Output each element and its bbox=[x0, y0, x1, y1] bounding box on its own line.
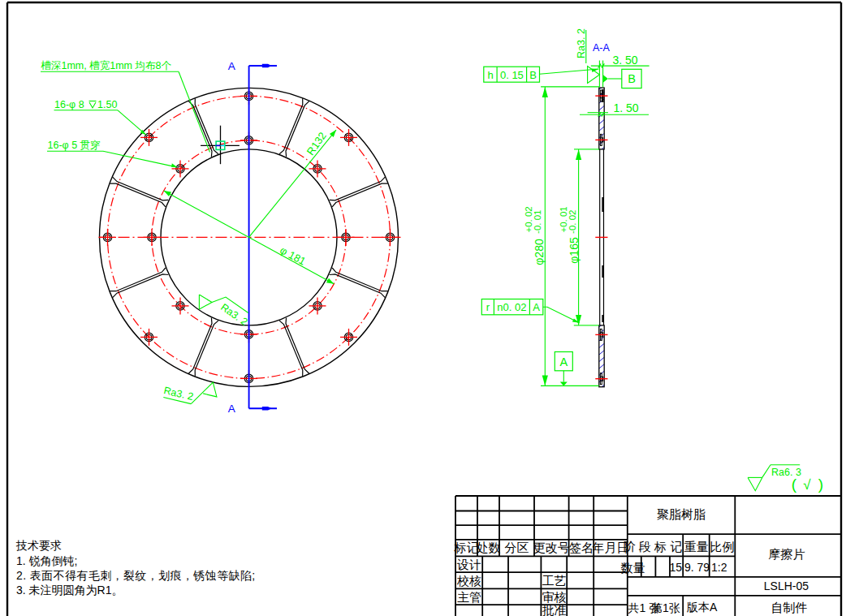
svg-text:1. 锐角倒钝;: 1. 锐角倒钝; bbox=[16, 554, 77, 567]
svg-text:技术要求: 技术要求 bbox=[15, 539, 62, 552]
svg-text:处数: 处数 bbox=[477, 541, 501, 554]
svg-text:聚脂树脂: 聚脂树脂 bbox=[657, 507, 706, 521]
svg-text:9. 79: 9. 79 bbox=[684, 561, 710, 574]
svg-text:标记: 标记 bbox=[454, 541, 479, 554]
svg-text:1. 50: 1. 50 bbox=[614, 101, 639, 114]
svg-text:1.50: 1.50 bbox=[97, 99, 117, 110]
svg-text:Ra3. 2: Ra3. 2 bbox=[162, 385, 194, 403]
svg-text:0. 15: 0. 15 bbox=[500, 69, 524, 81]
svg-text:16-φ 5 贯穿: 16-φ 5 贯穿 bbox=[48, 140, 101, 151]
svg-text:分区: 分区 bbox=[505, 541, 529, 554]
svg-text:-0. 01: -0. 01 bbox=[533, 209, 542, 233]
svg-text:16-φ 8: 16-φ 8 bbox=[54, 99, 84, 110]
svg-text:-0. 02: -0. 02 bbox=[568, 209, 577, 233]
svg-text:φ165: φ165 bbox=[568, 237, 581, 264]
svg-text:15: 15 bbox=[669, 561, 682, 574]
svg-text:重量: 重量 bbox=[684, 540, 708, 554]
svg-text:+0. 01: +0. 01 bbox=[559, 206, 568, 232]
svg-text:主管: 主管 bbox=[457, 590, 481, 604]
svg-text:√: √ bbox=[803, 477, 811, 493]
svg-text:审核: 审核 bbox=[542, 590, 567, 604]
svg-text:3. 未注明圆角为R1。: 3. 未注明圆角为R1。 bbox=[16, 584, 123, 597]
svg-text:h: h bbox=[487, 69, 493, 81]
svg-text:A: A bbox=[228, 403, 235, 415]
svg-text:第1张: 第1张 bbox=[651, 601, 680, 614]
svg-text:3. 50: 3. 50 bbox=[613, 54, 638, 67]
svg-text:版本A: 版本A bbox=[686, 601, 718, 614]
svg-text:校核: 校核 bbox=[456, 574, 481, 588]
svg-text:工艺: 工艺 bbox=[542, 574, 567, 588]
svg-text:φ280: φ280 bbox=[533, 239, 546, 265]
svg-text:比例: 比例 bbox=[710, 540, 735, 554]
svg-text:A: A bbox=[559, 355, 568, 368]
svg-text:自制件: 自制件 bbox=[771, 601, 808, 614]
svg-text:LSLH-05: LSLH-05 bbox=[764, 579, 809, 592]
svg-text:A: A bbox=[228, 60, 235, 72]
svg-text:B: B bbox=[529, 69, 537, 81]
svg-text:Ra3. 2: Ra3. 2 bbox=[576, 28, 587, 58]
svg-text:摩擦片: 摩擦片 bbox=[769, 547, 805, 561]
svg-text:Ra6. 3: Ra6. 3 bbox=[771, 467, 801, 478]
svg-text:阶 段 标 记: 阶 段 标 记 bbox=[624, 540, 683, 554]
svg-text:(: ( bbox=[792, 476, 797, 493]
svg-text:1:2: 1:2 bbox=[711, 561, 727, 574]
svg-text:r: r bbox=[486, 301, 490, 313]
svg-text:A: A bbox=[533, 301, 540, 313]
svg-text:n0. 02: n0. 02 bbox=[497, 301, 526, 313]
svg-text:批准: 批准 bbox=[542, 603, 567, 616]
svg-text:数量: 数量 bbox=[621, 561, 645, 575]
svg-text:B: B bbox=[628, 72, 636, 85]
svg-text:A-A: A-A bbox=[593, 42, 611, 54]
svg-text:): ) bbox=[818, 476, 823, 493]
svg-text:槽深1mm, 槽宽1mm 均布8个: 槽深1mm, 槽宽1mm 均布8个 bbox=[41, 60, 172, 71]
svg-text:2. 表面不得有毛刺，裂纹，划痕，锈蚀等缺陷;: 2. 表面不得有毛刺，裂纹，划痕，锈蚀等缺陷; bbox=[16, 569, 256, 582]
svg-text:φ 181: φ 181 bbox=[278, 243, 308, 267]
svg-text:更改号: 更改号 bbox=[533, 541, 570, 554]
svg-text:签名: 签名 bbox=[569, 541, 593, 554]
svg-text:设计: 设计 bbox=[456, 558, 481, 571]
